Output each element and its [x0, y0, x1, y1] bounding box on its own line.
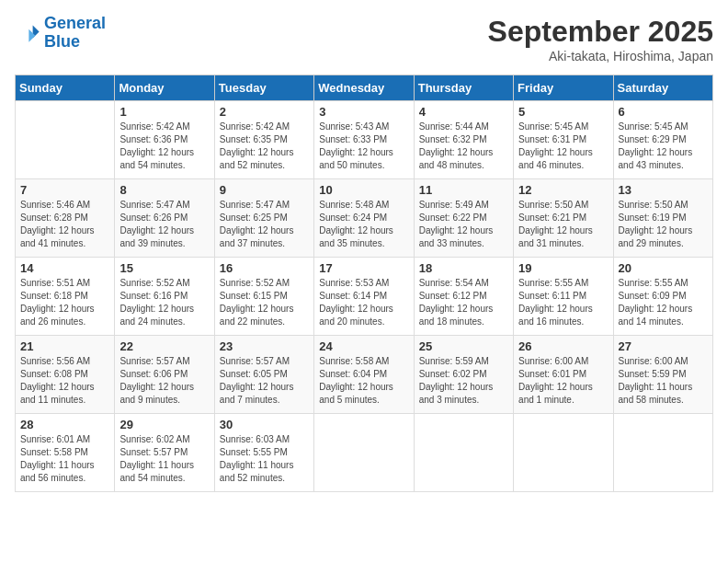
day-detail: Sunrise: 5:43 AMSunset: 6:33 PMDaylight:…: [319, 121, 408, 172]
day-number: 13: [619, 183, 708, 197]
calendar-cell: 25 Sunrise: 5:59 AMSunset: 6:02 PMDaylig…: [414, 336, 513, 414]
day-detail: Sunrise: 5:52 AMSunset: 6:16 PMDaylight:…: [119, 277, 209, 328]
calendar-cell: 2 Sunrise: 5:42 AMSunset: 6:35 PMDayligh…: [214, 101, 313, 179]
month-title: September 2025: [488, 15, 713, 49]
title-area: September 2025 Aki-takata, Hiroshima, Ja…: [488, 15, 713, 63]
weekday-header: Thursday: [414, 75, 513, 101]
day-detail: Sunrise: 5:53 AMSunset: 6:14 PMDaylight:…: [319, 277, 408, 328]
day-number: 3: [319, 105, 408, 119]
weekday-header: Saturday: [613, 75, 712, 101]
day-detail: Sunrise: 5:59 AMSunset: 6:02 PMDaylight:…: [419, 355, 508, 407]
day-number: 6: [619, 105, 708, 119]
logo-line2: Blue: [44, 32, 80, 51]
day-number: 28: [20, 418, 109, 431]
weekday-header: Monday: [115, 75, 214, 101]
day-detail: Sunrise: 5:55 AMSunset: 6:09 PMDaylight:…: [619, 277, 708, 328]
calendar-cell: 11 Sunrise: 5:49 AMSunset: 6:22 PMDaylig…: [414, 179, 513, 258]
day-number: 16: [220, 261, 309, 275]
day-number: 30: [220, 418, 309, 431]
day-detail: Sunrise: 5:54 AMSunset: 6:12 PMDaylight:…: [419, 277, 508, 328]
calendar-cell: 29 Sunrise: 6:02 AMSunset: 5:57 PMDaylig…: [115, 414, 214, 492]
calendar-cell: [314, 414, 414, 492]
calendar-row: 7 Sunrise: 5:46 AMSunset: 6:28 PMDayligh…: [16, 179, 713, 258]
weekday-header: Sunday: [16, 75, 115, 101]
calendar-row: 1 Sunrise: 5:42 AMSunset: 6:36 PMDayligh…: [16, 101, 713, 179]
day-number: 8: [119, 183, 209, 197]
day-number: 22: [119, 339, 209, 353]
day-detail: Sunrise: 5:47 AMSunset: 6:25 PMDaylight:…: [220, 199, 309, 250]
logo-line1: General: [44, 14, 106, 32]
calendar-cell: 21 Sunrise: 5:56 AMSunset: 6:08 PMDaylig…: [16, 336, 115, 414]
day-number: 10: [319, 183, 408, 197]
calendar-cell: 9 Sunrise: 5:47 AMSunset: 6:25 PMDayligh…: [214, 179, 313, 258]
calendar-cell: 27 Sunrise: 6:00 AMSunset: 5:59 PMDaylig…: [613, 336, 712, 414]
calendar-row: 21 Sunrise: 5:56 AMSunset: 6:08 PMDaylig…: [16, 336, 713, 414]
day-number: 2: [220, 105, 309, 119]
calendar-cell: 15 Sunrise: 5:52 AMSunset: 6:16 PMDaylig…: [115, 258, 214, 336]
day-detail: Sunrise: 6:02 AMSunset: 5:57 PMDaylight:…: [119, 433, 209, 485]
day-detail: Sunrise: 5:44 AMSunset: 6:32 PMDaylight:…: [419, 121, 508, 172]
day-number: 26: [518, 339, 608, 353]
calendar-cell: 5 Sunrise: 5:45 AMSunset: 6:31 PMDayligh…: [514, 101, 613, 179]
calendar-cell: 22 Sunrise: 5:57 AMSunset: 6:06 PMDaylig…: [115, 336, 214, 414]
logo-icon: [15, 20, 40, 46]
calendar-table: SundayMondayTuesdayWednesdayThursdayFrid…: [15, 75, 713, 492]
day-detail: Sunrise: 5:52 AMSunset: 6:15 PMDaylight:…: [220, 277, 309, 328]
calendar-body: 1 Sunrise: 5:42 AMSunset: 6:36 PMDayligh…: [16, 101, 713, 492]
calendar-cell: 14 Sunrise: 5:51 AMSunset: 6:18 PMDaylig…: [16, 258, 115, 336]
day-detail: Sunrise: 5:42 AMSunset: 6:36 PMDaylight:…: [119, 121, 209, 172]
day-detail: Sunrise: 5:42 AMSunset: 6:35 PMDaylight:…: [220, 121, 309, 172]
day-detail: Sunrise: 5:50 AMSunset: 6:19 PMDaylight:…: [619, 199, 708, 250]
calendar-cell: 23 Sunrise: 5:57 AMSunset: 6:05 PMDaylig…: [214, 336, 313, 414]
day-detail: Sunrise: 5:51 AMSunset: 6:18 PMDaylight:…: [20, 277, 109, 328]
calendar-cell: 28 Sunrise: 6:01 AMSunset: 5:58 PMDaylig…: [16, 414, 115, 492]
day-number: 27: [619, 339, 708, 353]
calendar-cell: 19 Sunrise: 5:55 AMSunset: 6:11 PMDaylig…: [514, 258, 613, 336]
calendar-cell: [414, 414, 513, 492]
calendar-cell: 10 Sunrise: 5:48 AMSunset: 6:24 PMDaylig…: [314, 179, 414, 258]
calendar-cell: 3 Sunrise: 5:43 AMSunset: 6:33 PMDayligh…: [314, 101, 414, 179]
day-number: 4: [419, 105, 508, 119]
day-detail: Sunrise: 5:45 AMSunset: 6:31 PMDaylight:…: [518, 121, 608, 172]
logo-text: General Blue: [44, 15, 106, 52]
day-detail: Sunrise: 6:03 AMSunset: 5:55 PMDaylight:…: [220, 433, 309, 485]
calendar-cell: 1 Sunrise: 5:42 AMSunset: 6:36 PMDayligh…: [115, 101, 214, 179]
page-header: General Blue September 2025 Aki-takata, …: [15, 15, 713, 63]
calendar-cell: 26 Sunrise: 6:00 AMSunset: 6:01 PMDaylig…: [514, 336, 613, 414]
day-detail: Sunrise: 5:58 AMSunset: 6:04 PMDaylight:…: [319, 355, 408, 407]
day-detail: Sunrise: 5:48 AMSunset: 6:24 PMDaylight:…: [319, 199, 408, 250]
calendar-cell: 4 Sunrise: 5:44 AMSunset: 6:32 PMDayligh…: [414, 101, 513, 179]
day-detail: Sunrise: 5:45 AMSunset: 6:29 PMDaylight:…: [619, 121, 708, 172]
day-number: 7: [20, 183, 109, 197]
calendar-cell: [16, 101, 115, 179]
day-detail: Sunrise: 6:00 AMSunset: 6:01 PMDaylight:…: [518, 355, 608, 407]
logo: General Blue: [15, 15, 106, 52]
calendar-row: 14 Sunrise: 5:51 AMSunset: 6:18 PMDaylig…: [16, 258, 713, 336]
day-number: 18: [419, 261, 508, 275]
calendar-cell: 24 Sunrise: 5:58 AMSunset: 6:04 PMDaylig…: [314, 336, 414, 414]
day-number: 21: [20, 339, 109, 353]
calendar-cell: 13 Sunrise: 5:50 AMSunset: 6:19 PMDaylig…: [613, 179, 712, 258]
day-number: 23: [220, 339, 309, 353]
day-detail: Sunrise: 5:56 AMSunset: 6:08 PMDaylight:…: [20, 355, 109, 407]
day-number: 1: [119, 105, 209, 119]
day-number: 15: [119, 261, 209, 275]
calendar-cell: 8 Sunrise: 5:47 AMSunset: 6:26 PMDayligh…: [115, 179, 214, 258]
day-number: 19: [518, 261, 608, 275]
calendar-header: SundayMondayTuesdayWednesdayThursdayFrid…: [16, 75, 713, 101]
day-number: 24: [319, 339, 408, 353]
calendar-cell: 7 Sunrise: 5:46 AMSunset: 6:28 PMDayligh…: [16, 179, 115, 258]
weekday-header: Tuesday: [214, 75, 313, 101]
day-detail: Sunrise: 6:00 AMSunset: 5:59 PMDaylight:…: [619, 355, 708, 407]
weekday-header: Wednesday: [314, 75, 414, 101]
day-detail: Sunrise: 5:57 AMSunset: 6:06 PMDaylight:…: [119, 355, 209, 407]
day-detail: Sunrise: 5:55 AMSunset: 6:11 PMDaylight:…: [518, 277, 608, 328]
weekday-header: Friday: [514, 75, 613, 101]
day-detail: Sunrise: 5:46 AMSunset: 6:28 PMDaylight:…: [20, 199, 109, 250]
day-number: 25: [419, 339, 508, 353]
calendar-cell: 16 Sunrise: 5:52 AMSunset: 6:15 PMDaylig…: [214, 258, 313, 336]
day-detail: Sunrise: 6:01 AMSunset: 5:58 PMDaylight:…: [20, 433, 109, 485]
calendar-cell: 6 Sunrise: 5:45 AMSunset: 6:29 PMDayligh…: [613, 101, 712, 179]
day-number: 14: [20, 261, 109, 275]
day-number: 29: [119, 418, 209, 431]
